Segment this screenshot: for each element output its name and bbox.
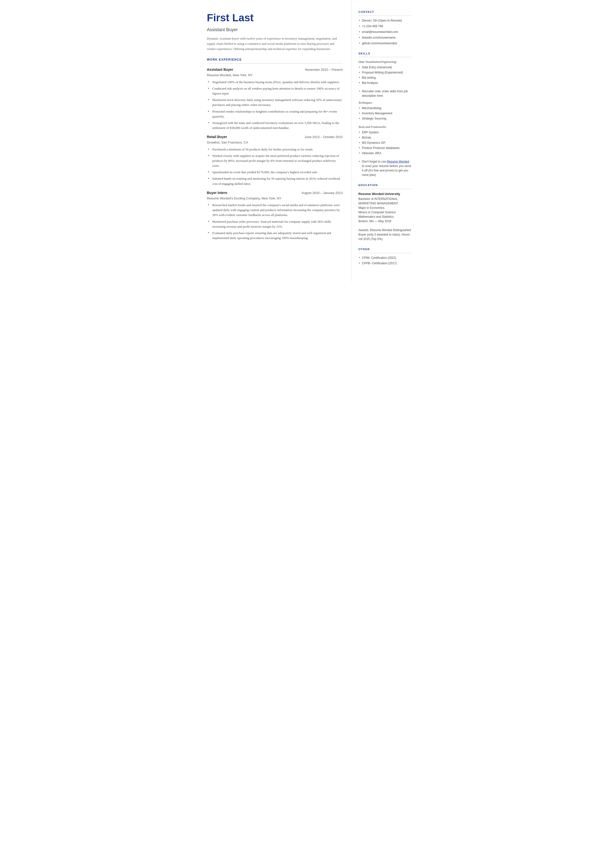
resume-worded-link[interactable]: Resume Worded xyxy=(387,160,409,163)
job-3-title: Buyer Intern xyxy=(207,190,227,196)
job-3-dates: August 2010 – January 2013 xyxy=(301,191,343,196)
list-item: Bid Analysis xyxy=(358,81,411,85)
skills-category-label-2: Techniques: xyxy=(358,101,411,105)
contact-location: Denver, OH (Open to Remote) xyxy=(358,18,411,23)
right-column: CONTACT Denver, OH (Open to Remote) +1-2… xyxy=(352,0,419,281)
other-section-title: OTHER xyxy=(358,247,411,252)
contact-phone: +1-234-456-789 xyxy=(358,24,411,28)
list-item: Inventory Management xyxy=(358,111,411,116)
skills-tools: Tools and Frameworks: ERP System. Biztra… xyxy=(358,125,411,155)
contact-list: Denver, OH (Open to Remote) +1-234-456-7… xyxy=(358,18,411,45)
list-item: Conducted risk analysis on all vendors p… xyxy=(207,86,343,96)
list-item: Researched market trends and ensured the… xyxy=(207,203,343,217)
job-2: Retail Buyer June 2013 – October 2015 Gr… xyxy=(207,134,343,186)
list-item: Monitored stock directory daily using in… xyxy=(207,98,343,107)
skills-divider xyxy=(358,57,411,57)
job-1: Assistant Buyer November 2015 – Present … xyxy=(207,67,343,130)
list-item: Strategized with the team and conducted … xyxy=(207,121,343,130)
job-1-bullets: Negotiated 100% of the business buying t… xyxy=(207,80,343,130)
job-2-title: Retail Buyer xyxy=(207,134,227,140)
job-3-bullets: Researched market trends and ensured the… xyxy=(207,203,343,241)
list-item: Promoted vendor relationships to heighte… xyxy=(207,109,343,119)
job-2-dates: June 2013 – October 2015 xyxy=(305,135,343,140)
contact-github: github.com/resumeworded xyxy=(358,41,411,45)
skills-section: SKILLS Data Visualization/Engineering: D… xyxy=(358,51,411,177)
name: First Last xyxy=(207,10,343,25)
contact-section: CONTACT Denver, OH (Open to Remote) +1-2… xyxy=(358,10,411,45)
contact-divider xyxy=(358,16,411,16)
job-2-company: Growthsi, San Francisco, CA xyxy=(207,140,343,145)
scan-note: Don't forget to use Resume Worded to sca… xyxy=(358,159,411,177)
edu-school-name: Resume Worded University xyxy=(358,191,411,196)
resume-page: First Last Assistant Buyer Dynamic Assis… xyxy=(196,0,419,281)
skills-category-label-3: Tools and Frameworks: xyxy=(358,125,411,129)
contact-section-title: CONTACT xyxy=(358,10,411,14)
list-item: CPPB- Certification (2017) xyxy=(358,261,411,266)
job-1-company: Resume Worded, New York, NY xyxy=(207,73,343,78)
list-item: Negotiated 100% of the business buying t… xyxy=(207,80,343,85)
work-experience-section-title: WORK EXPERIENCE xyxy=(207,57,343,62)
list-item: ERP System. xyxy=(358,130,411,135)
list-item: CPIM- Certification (2022) xyxy=(358,256,411,260)
list-item: Atlassian JIRA. xyxy=(358,151,411,155)
list-item: Purchased a minimum of 50 products daily… xyxy=(207,147,343,152)
edu-degree: Bachelor of INTERNATIONAL MARKETING MANA… xyxy=(358,197,411,241)
summary-text: Dynamic Assistant buyer with twelve year… xyxy=(207,36,343,51)
other-certifications-list: CPIM- Certification (2022) CPPB- Certifi… xyxy=(358,256,411,266)
list-item: Biztrak. xyxy=(358,135,411,140)
list-item: Product Producer databases. xyxy=(358,146,411,150)
contact-email: email@resumeworded.com xyxy=(358,30,411,34)
list-item: MS Dynamics GP. xyxy=(358,141,411,145)
skills-data-viz: Data Visualization/Engineering: Data Ent… xyxy=(358,60,411,85)
job-title-header: Assistant Buyer xyxy=(207,26,343,33)
list-item: Bid writing. xyxy=(358,76,411,80)
skills-section-title: SKILLS xyxy=(358,51,411,56)
job-2-header: Retail Buyer June 2013 – October 2015 xyxy=(207,134,343,140)
list-item: Merchandising. xyxy=(358,106,411,110)
other-section: OTHER CPIM- Certification (2022) CPPB- C… xyxy=(358,247,411,266)
education-entry-1: Resume Worded University Bachelor of INT… xyxy=(358,191,411,242)
list-item: Worked closely with suppliers to acquire… xyxy=(207,154,343,168)
skills-tools-list: ERP System. Biztrak. MS Dynamics GP. Pro… xyxy=(358,130,411,155)
skills-category-label-1: Data Visualization/Engineering: xyxy=(358,60,411,64)
skills-data-viz-list: Data Entry (Advanced) Proposal Writing (… xyxy=(358,65,411,85)
list-item: Initiated hands-on training and mentorin… xyxy=(207,176,343,186)
education-section-title: EDUCATION xyxy=(358,183,411,187)
job-3: Buyer Intern August 2010 – January 2013 … xyxy=(207,190,343,241)
recruiter-note: Recruiter note: enter skills from job de… xyxy=(358,89,411,98)
job-1-header: Assistant Buyer November 2015 – Present xyxy=(207,67,343,72)
list-item: Evaluated daily purchase reports ensurin… xyxy=(207,231,343,241)
work-experience-divider xyxy=(207,63,343,64)
skills-techniques: Techniques: Merchandising. Inventory Man… xyxy=(358,101,411,121)
education-divider xyxy=(358,189,411,189)
education-section: EDUCATION Resume Worded University Bache… xyxy=(358,183,411,241)
skills-techniques-list: Merchandising. Inventory Management Stra… xyxy=(358,106,411,121)
left-column: First Last Assistant Buyer Dynamic Assis… xyxy=(196,0,352,281)
list-item: Monitored purchase order processes. Sour… xyxy=(207,219,343,229)
edu-awards: Awards: Resume Worded Distinguished Buye… xyxy=(358,228,411,241)
job-1-title: Assistant Buyer xyxy=(207,67,233,72)
job-2-bullets: Purchased a minimum of 50 products daily… xyxy=(207,147,343,186)
list-item: Strategic Sourcing. xyxy=(358,116,411,121)
list-item: Proposal Writing (Experienced) xyxy=(358,70,411,75)
edu-details: Major in Economics. Minors in Computer S… xyxy=(358,206,396,223)
list-item: Spearheaded an event that yielded $170,0… xyxy=(207,170,343,175)
contact-linkedin: linkedin.com/in/username xyxy=(358,36,411,40)
job-3-header: Buyer Intern August 2010 – January 2013 xyxy=(207,190,343,196)
job-3-company: Resume Worded's Exciting Company, New Yo… xyxy=(207,196,343,201)
list-item: Data Entry (Advanced) xyxy=(358,65,411,70)
job-1-dates: November 2015 – Present xyxy=(305,67,343,72)
